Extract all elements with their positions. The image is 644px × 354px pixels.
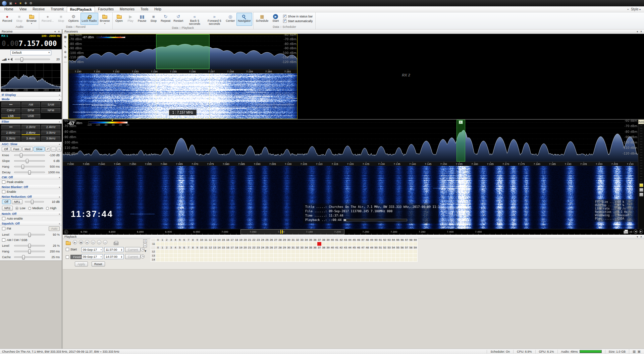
sched-cell-13-25[interactable] [265,254,269,257]
sched-cell-12-26[interactable] [269,250,273,253]
sched-cell-13-56[interactable] [400,254,404,257]
sched-cell-14-23[interactable] [256,258,260,261]
sched-cell-12-38[interactable] [322,250,326,253]
sched-cell-14-20[interactable] [243,258,247,261]
mode-cw-u[interactable]: CW-U [1,108,20,113]
sched-cell-14-33[interactable] [300,258,304,261]
section-squelch[interactable]: Squelch: Off▴ [0,221,62,226]
sched-cell-14-40[interactable] [330,258,334,261]
sched-cell-13-5[interactable] [178,254,182,257]
sched-cell-13-48[interactable] [365,254,369,257]
finish-checkbox[interactable]: Finish [66,255,84,259]
zoom-out-icon[interactable]: ⊖ [64,55,67,59]
sched-cell-14-8[interactable] [191,258,195,261]
menu-item-memories[interactable]: Memories [117,6,138,12]
sched-cell-11-8[interactable] [191,242,195,246]
ribbon-open[interactable]: Open [114,13,125,26]
sched-cell-12-18[interactable] [234,250,238,253]
sched-cell-14-36[interactable] [313,258,317,261]
sched-cell-14-52[interactable] [383,258,387,261]
sched-cell-13-7[interactable] [186,254,191,257]
panel-close-icon[interactable]: ✕ [640,235,642,238]
sched-cell-12-51[interactable] [378,250,382,253]
nr-level-slider[interactable] [25,201,44,202]
ribbon-record[interactable]: ●Record [1,13,13,25]
zoom-out-button[interactable]: − [143,244,147,247]
sched-cell-11-41[interactable] [335,242,339,246]
sched-cell-11-52[interactable] [383,242,387,246]
sched-cell-12-25[interactable] [265,250,269,253]
sched-cell-11-33[interactable] [300,242,304,246]
section-noise-reduction[interactable]: Noise Reduction: Off▴ [0,194,62,199]
display-icon[interactable]: ▣ [638,349,641,354]
nav-home-icon[interactable]: ▸ [64,230,68,234]
sched-cell-14-39[interactable] [326,258,330,261]
panel-dropdown-icon[interactable]: ▾ [637,235,638,238]
sched-cell-13-57[interactable] [405,254,409,257]
sched-cell-13-19[interactable] [239,254,243,257]
agc-knee-thumb[interactable] [20,153,22,158]
nr-slider-thumb[interactable] [31,200,34,204]
sched-cell-14-2[interactable] [165,258,169,261]
section-agc[interactable]: AGC: Slow▴ [0,142,62,146]
agc-fast[interactable]: Fast [11,147,22,152]
sched-cell-11-18[interactable] [234,242,238,246]
sched-cell-14-55[interactable] [396,258,400,261]
sched-cell-14-58[interactable] [409,258,413,261]
sched-cell-14-7[interactable] [186,258,191,261]
mode-sam[interactable]: SAM [41,102,60,107]
ribbon-record[interactable]: ●Record... [40,13,55,25]
marker-color-button[interactable] [639,183,643,187]
sched-cell-13-38[interactable] [322,254,326,257]
collapse-icon[interactable]: ▴ [59,222,60,225]
sched-cell-13-29[interactable] [282,254,286,257]
sched-cell-13-20[interactable] [243,254,247,257]
playback-stop-button[interactable]: ■ [85,240,89,244]
menu-item-view[interactable]: View [16,6,30,12]
sched-cell-11-57[interactable] [405,242,409,246]
nr2-medium-radio[interactable]: Medium [28,206,43,210]
sched-cell-13-18[interactable] [234,254,238,257]
sched-cell-11-22[interactable] [252,242,256,246]
sched-cell-12-43[interactable] [343,250,347,253]
rx1-marker[interactable]: 1 [457,120,465,162]
sched-cell-13-16[interactable] [226,254,230,257]
sched-cell-13-36[interactable] [313,254,317,257]
sched-cell-13-13[interactable] [213,254,217,257]
sched-cell-12-39[interactable] [326,250,330,253]
scale-button-2[interactable] [639,193,643,196]
section-noise-blanker[interactable]: Noise Blanker: Off▴ [0,185,62,189]
star-icon[interactable]: ★ [19,1,22,5]
menu-item-tools[interactable]: Tools [138,6,151,12]
sched-cell-12-56[interactable] [400,250,404,253]
menu-item-favourites[interactable]: Favourites [95,6,117,12]
sched-cell-13-37[interactable] [317,254,321,257]
sched-cell-12-36[interactable] [313,250,317,253]
sched-cell-12-22[interactable] [252,250,256,253]
sched-cell-11-34[interactable] [304,242,308,246]
sched-cell-13-58[interactable] [409,254,413,257]
check-show-in-status-bar[interactable]: Show in status bar [283,15,313,18]
sched-cell-12-47[interactable] [361,250,365,253]
sched-cell-12-20[interactable] [243,250,247,253]
sched-cell-11-9[interactable] [195,242,199,246]
sched-cell-12-14[interactable] [217,250,221,253]
rx1-frequency-tag[interactable]: 1 : 7.157 MHz [169,110,197,115]
main-frequency-ruler[interactable]: 7.0307.0357.0407.0457.0507.0557.0607.065… [63,162,638,166]
sched-cell-12-54[interactable] [391,250,395,253]
ribbon-restart[interactable]: ↺Restart [172,13,184,26]
sched-cell-12-19[interactable] [239,250,243,253]
sched-cell-13-59[interactable] [413,254,417,257]
sched-cell-12-11[interactable] [204,250,208,253]
sched-cell-12-3[interactable] [169,250,173,253]
sched-cell-14-43[interactable] [343,258,347,261]
sched-cell-12-27[interactable] [274,250,278,253]
sched-cell-12-32[interactable] [296,250,300,253]
sched-cell-14-10[interactable] [200,258,204,261]
sched-cell-14-50[interactable] [374,258,378,261]
sched-cell-11-26[interactable] [269,242,273,246]
sched-cell-14-3[interactable] [169,258,173,261]
sched-cell-11-50[interactable] [374,242,378,246]
filter-2-4khz[interactable]: 2.4kHz [41,125,60,129]
sched-cell-12-17[interactable] [230,250,234,253]
